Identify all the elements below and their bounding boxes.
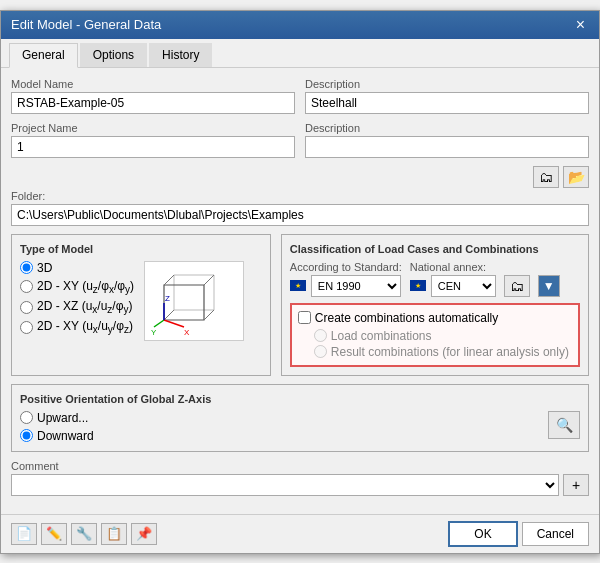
folder-open-btn[interactable]: 📂 <box>563 166 589 188</box>
standard-group: According to Standard: ★ EN 1990 <box>290 261 402 297</box>
load-combinations-radio[interactable]: Load combinations <box>314 329 572 343</box>
load-combinations-label: Load combinations <box>331 329 432 343</box>
folder-label: Folder: <box>11 190 589 202</box>
tab-general[interactable]: General <box>9 43 78 68</box>
z-axis-title: Positive Orientation of Global Z-Axis <box>20 393 538 405</box>
folder-path-input[interactable] <box>11 204 589 226</box>
type-model-inner: 3D 2D - XY (uz/φx/φy) 2D - XZ (ux/uz/φy) <box>20 261 262 341</box>
comment-label: Comment <box>11 460 589 472</box>
title-bar: Edit Model - General Data × <box>1 11 599 39</box>
model-name-label: Model Name <box>11 78 295 90</box>
standard-copy-btn[interactable]: 🗂 <box>504 275 530 297</box>
project-name-label: Project Name <box>11 122 295 134</box>
description1-label: Description <box>305 78 589 90</box>
auto-combinations-label: Create combinations automatically <box>315 311 498 325</box>
type-of-model-box: Type of Model 3D 2D - XY (uz/φx/φy) <box>11 234 271 376</box>
edit-model-dialog: Edit Model - General Data × General Opti… <box>0 10 600 554</box>
svg-line-5 <box>164 310 174 320</box>
svg-text:X: X <box>184 328 190 337</box>
svg-text:Z: Z <box>165 294 170 303</box>
type-of-model-title: Type of Model <box>20 243 262 255</box>
type-2d-xy[interactable]: 2D - XY (uz/φx/φy) <box>20 279 134 295</box>
close-button[interactable]: × <box>572 17 589 33</box>
tab-history[interactable]: History <box>149 43 212 67</box>
annex-flag: ★ <box>410 280 426 291</box>
z-axis-box: Positive Orientation of Global Z-Axis Up… <box>11 384 589 452</box>
upward-radio[interactable]: Upward... <box>20 411 538 425</box>
combinations-box: Create combinations automatically Load c… <box>290 303 580 367</box>
comment-input-row: + <box>11 474 589 496</box>
classification-box: Classification of Load Cases and Combina… <box>281 234 589 376</box>
model-name-group: Model Name <box>11 78 295 114</box>
svg-line-2 <box>164 275 174 285</box>
svg-marker-0 <box>174 275 214 310</box>
z-axis-icon-btn[interactable]: 🔍 <box>548 411 580 439</box>
downward-radio[interactable]: Downward <box>20 429 538 443</box>
standard-row: According to Standard: ★ EN 1990 Nationa… <box>290 261 580 297</box>
comment-select[interactable] <box>11 474 559 496</box>
description2-input[interactable] <box>305 136 589 158</box>
svg-line-6 <box>154 320 164 327</box>
ok-button[interactable]: OK <box>448 521 517 547</box>
tab-bar: General Options History <box>1 39 599 68</box>
z-axis-radio-group: Upward... Downward <box>20 411 538 443</box>
svg-line-4 <box>204 310 214 320</box>
comment-add-btn[interactable]: + <box>563 474 589 496</box>
folder-row: 🗂 📂 Folder: <box>11 166 589 226</box>
description1-group: Description <box>305 78 589 114</box>
svg-text:Y: Y <box>151 328 157 337</box>
bottom-toolbar: 📄 ✏️ 🔧 📋 📌 OK Cancel <box>1 514 599 553</box>
project-name-row: Project Name Description <box>11 122 589 158</box>
description2-label: Description <box>305 122 589 134</box>
combinations-sub: Load combinations Result combinations (f… <box>314 329 572 359</box>
description2-group: Description <box>305 122 589 158</box>
type-radio-group: 3D 2D - XY (uz/φx/φy) 2D - XZ (ux/uz/φy) <box>20 261 134 336</box>
type-2d-xy2[interactable]: 2D - XY (ux/uy/φz) <box>20 319 134 335</box>
tab-options[interactable]: Options <box>80 43 147 67</box>
result-combinations-radio[interactable]: Result combinations (for linear analysis… <box>314 345 572 359</box>
paste-btn[interactable]: 📌 <box>131 523 157 545</box>
annex-group: National annex: ★ CEN <box>410 261 496 297</box>
new-doc-btn[interactable]: 📄 <box>11 523 37 545</box>
classification-title: Classification of Load Cases and Combina… <box>290 243 580 255</box>
project-name-input[interactable] <box>11 136 295 158</box>
standard-flag: ★ <box>290 280 306 291</box>
type-3d[interactable]: 3D <box>20 261 134 275</box>
dialog-title: Edit Model - General Data <box>11 17 161 32</box>
sections-row: Type of Model 3D 2D - XY (uz/φx/φy) <box>11 234 589 376</box>
annex-select[interactable]: CEN <box>431 275 496 297</box>
model-preview: Y X Z <box>144 261 244 341</box>
result-combinations-label: Result combinations (for linear analysis… <box>331 345 569 359</box>
edit-btn[interactable]: ✏️ <box>41 523 67 545</box>
model-name-input[interactable] <box>11 92 295 114</box>
folder-browse-btn[interactable]: 🗂 <box>533 166 559 188</box>
svg-line-8 <box>164 320 184 327</box>
svg-marker-1 <box>164 285 204 320</box>
auto-combinations-check[interactable] <box>298 311 311 324</box>
model-svg: Y X Z <box>149 265 239 337</box>
description1-input[interactable] <box>305 92 589 114</box>
standard-label: According to Standard: <box>290 261 402 273</box>
comment-row: Comment + <box>11 460 589 496</box>
cancel-button[interactable]: Cancel <box>522 522 589 546</box>
annex-label: National annex: <box>410 261 496 273</box>
properties-btn[interactable]: 🔧 <box>71 523 97 545</box>
project-name-group: Project Name <box>11 122 295 158</box>
tab-content: Model Name Description Project Name Desc… <box>1 68 599 514</box>
model-name-row: Model Name Description <box>11 78 589 114</box>
filter-btn[interactable]: ▼ <box>538 275 560 297</box>
type-2d-xz[interactable]: 2D - XZ (ux/uz/φy) <box>20 299 134 315</box>
svg-line-3 <box>204 275 214 285</box>
standard-select[interactable]: EN 1990 <box>311 275 401 297</box>
copy-btn[interactable]: 📋 <box>101 523 127 545</box>
z-axis-content: Positive Orientation of Global Z-Axis Up… <box>20 393 538 443</box>
auto-combinations-row: Create combinations automatically <box>298 311 572 325</box>
